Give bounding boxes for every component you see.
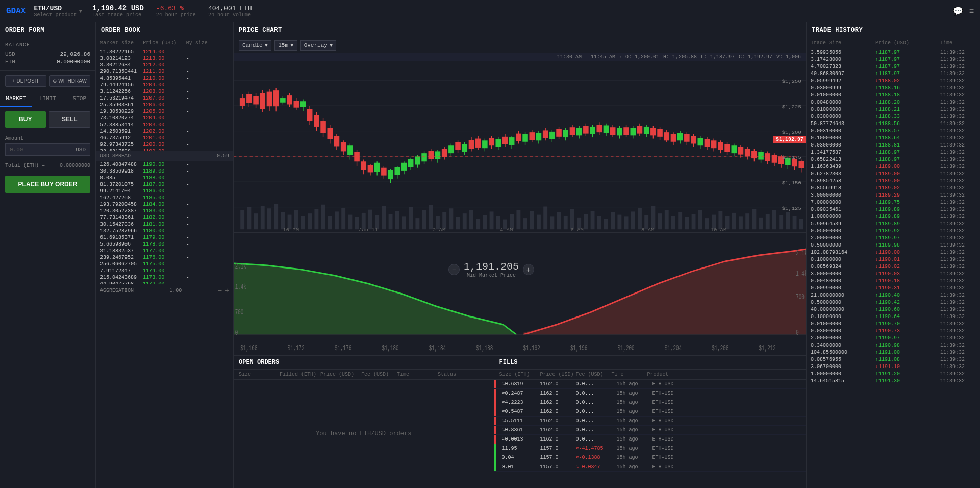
- sell-order-row[interactable]: 17.532194741207.00-: [96, 95, 233, 102]
- chart-interval-select[interactable]: 15m ▼: [274, 40, 297, 51]
- svg-rect-57: [584, 214, 588, 229]
- svg-rect-21: [341, 208, 345, 229]
- tab-limit[interactable]: LIMIT: [32, 91, 63, 107]
- svg-rect-11: [274, 204, 278, 230]
- chart-overlay-select[interactable]: Overlay ▼: [300, 40, 337, 51]
- change-label: 24 hour price: [156, 12, 196, 18]
- svg-rect-51: [543, 206, 547, 229]
- zoom-out-button[interactable]: −: [448, 264, 460, 275]
- svg-rect-37: [449, 208, 453, 229]
- sell-order-row[interactable]: 52.388534141203.00-: [96, 121, 233, 128]
- svg-rect-143: [415, 156, 420, 164]
- sell-order-row[interactable]: 290.713584411211.00-: [96, 68, 233, 75]
- buy-order-row[interactable]: 30.385699181189.00-: [96, 168, 233, 175]
- trade-history-row: 0.09035461↑1189.8911:39:32: [807, 206, 980, 213]
- buy-order-row[interactable]: 31.188325371177.00-: [96, 248, 233, 254]
- svg-rect-95: [253, 96, 259, 104]
- pair-selector[interactable]: ETH/USD Select product ▼: [34, 5, 82, 18]
- aggregation-decrease-button[interactable]: −: [218, 286, 222, 295]
- sell-order-row[interactable]: 3.302126341212.00-: [96, 62, 233, 68]
- buy-button[interactable]: BUY: [5, 111, 46, 128]
- svg-rect-52: [550, 216, 554, 229]
- svg-rect-227: [697, 138, 703, 145]
- svg-rect-58: [591, 211, 595, 229]
- sell-order-row[interactable]: 4.853954411210.00-: [96, 75, 233, 82]
- svg-text:$1,196: $1,196: [570, 344, 587, 353]
- svg-rect-119: [334, 136, 340, 147]
- buy-order-row[interactable]: 239.24679521176.00-: [96, 254, 233, 261]
- trade-history-row: 102.08798164↓1190.0011:39:32: [807, 249, 980, 256]
- sell-order-row[interactable]: 25.359033611206.00-: [96, 102, 233, 108]
- trade-history-row: 1.16363439↓1189.0011:39:32: [807, 163, 980, 170]
- trade-history-row: 0.01000000↑1188.2111:39:32: [807, 106, 980, 113]
- svg-rect-40: [469, 210, 473, 229]
- svg-text:700: 700: [235, 308, 244, 317]
- sell-order-row[interactable]: 73.108207741204.00-: [96, 115, 233, 121]
- svg-rect-43: [490, 211, 494, 229]
- buy-order-row[interactable]: 61.691853711179.00-: [96, 234, 233, 241]
- tab-stop[interactable]: STOP: [64, 91, 95, 107]
- svg-rect-155: [455, 142, 461, 150]
- svg-rect-60: [604, 219, 608, 229]
- buy-order-row[interactable]: 132.752879661180.00-: [96, 228, 233, 234]
- svg-rect-229: [705, 139, 710, 147]
- buy-order-row[interactable]: 120.305273871183.00-: [96, 208, 233, 214]
- chat-icon-button[interactable]: 💬: [953, 6, 963, 16]
- zoom-in-button[interactable]: +: [523, 264, 534, 275]
- svg-rect-65: [638, 208, 642, 229]
- buy-order-row[interactable]: 77.731483611182.00-: [96, 214, 233, 221]
- sell-order-row[interactable]: 11.302221651214.00-: [96, 48, 233, 55]
- svg-rect-153: [448, 145, 454, 153]
- withdraw-button[interactable]: ⊖ WITHDRAW: [49, 75, 91, 87]
- amount-input-wrapper: 0.00 USD: [5, 143, 90, 156]
- buy-order-row[interactable]: 0.0851188.00-: [96, 175, 233, 181]
- svg-rect-84: [766, 214, 770, 229]
- svg-text:$1,172: $1,172: [288, 344, 305, 353]
- sell-order-row[interactable]: 79.449241561209.00-: [96, 82, 233, 88]
- svg-text:$1,176: $1,176: [335, 344, 351, 353]
- buy-order-row[interactable]: 256.060627051175.00-: [96, 261, 233, 267]
- sell-button[interactable]: SELL: [49, 111, 91, 128]
- buy-orders-list[interactable]: 126.408474881190.00-30.385699181189.00-0…: [96, 161, 233, 284]
- svg-text:$1,188: $1,188: [476, 344, 493, 353]
- buy-order-row[interactable]: 99.21417041186.00-: [96, 188, 233, 194]
- buy-order-row[interactable]: 162.4272681185.00-: [96, 194, 233, 201]
- volume-block: 404,001 ETH 24 hour volume: [208, 5, 252, 18]
- balance-section: BALANCE USD 29,026.86 ETH 0.00000000: [0, 38, 95, 71]
- svg-rect-185: [556, 129, 562, 137]
- th-col-price: Price (USD): [875, 40, 940, 46]
- deposit-button[interactable]: + DEPOSIT: [5, 75, 46, 87]
- sell-order-row[interactable]: 19.305302291205.00-: [96, 108, 233, 115]
- svg-rect-239: [738, 147, 744, 155]
- buy-order-row[interactable]: 7.911723471174.00-: [96, 267, 233, 274]
- trade-history-row: 1.00000000↑1189.8911:39:32: [807, 213, 980, 220]
- chart-type-select[interactable]: Candle ▼: [239, 40, 271, 51]
- ob-col-price: Price (USD): [143, 40, 186, 46]
- aggregation-increase-button[interactable]: +: [225, 286, 229, 295]
- buy-order-row[interactable]: 30.154278361181.00-: [96, 221, 233, 228]
- buy-order-row[interactable]: 81.372010751187.00-: [96, 181, 233, 188]
- svg-rect-167: [495, 139, 501, 147]
- svg-rect-39: [463, 213, 467, 229]
- sell-order-row[interactable]: 92.973437251200.00-: [96, 141, 233, 148]
- sell-orders-list[interactable]: 11.302221651214.00-3.082141231213.00-3.3…: [96, 48, 233, 151]
- trade-history-row: 0.34000000↑1190.9811:39:32: [807, 341, 980, 349]
- sell-order-row[interactable]: 3.082141231213.00-: [96, 55, 233, 62]
- sell-order-row[interactable]: 3.112422561208.00-: [96, 88, 233, 95]
- svg-text:$1,212: $1,212: [759, 344, 776, 353]
- trade-history-row: 0.03000000↑1188.3311:39:32: [807, 113, 980, 120]
- menu-icon-button[interactable]: ≡: [969, 6, 974, 16]
- svg-rect-107: [293, 101, 299, 108]
- sell-order-row[interactable]: 14.25035911202.00-: [96, 128, 233, 135]
- svg-rect-213: [650, 128, 656, 135]
- buy-order-row[interactable]: 215.042436891173.00-: [96, 274, 233, 281]
- buy-order-row[interactable]: 126.408474881190.00-: [96, 161, 233, 168]
- buy-order-row[interactable]: 193.792004581184.00-: [96, 201, 233, 208]
- tab-market[interactable]: MARKET: [0, 91, 32, 107]
- ob-col-market-size: Market size: [100, 40, 143, 46]
- svg-rect-163: [482, 140, 488, 148]
- buy-order-row[interactable]: 5.665989061178.00-: [96, 241, 233, 248]
- svg-rect-211: [644, 127, 649, 134]
- sell-order-row[interactable]: 46.73759121201.00-: [96, 135, 233, 141]
- place-buy-order-button[interactable]: PLACE BUY ORDER: [5, 176, 90, 193]
